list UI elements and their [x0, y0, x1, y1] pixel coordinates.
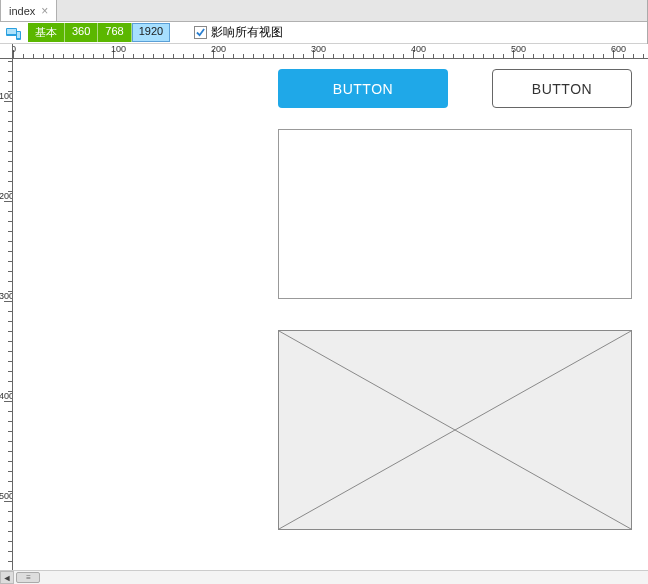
breakpoint-1920[interactable]: 1920 [132, 23, 170, 42]
ruler-v-label: 300 [0, 291, 11, 301]
ruler-h-label: 300 [311, 44, 326, 54]
button-outline-label: BUTTON [532, 81, 592, 97]
tab-label: index [9, 5, 35, 17]
image-placeholder[interactable] [278, 330, 632, 530]
ruler-h-label: 500 [511, 44, 526, 54]
ruler-h-label: 600 [611, 44, 626, 54]
svg-rect-1 [7, 29, 16, 34]
breakpoint-768[interactable]: 768 [98, 23, 131, 42]
button-outline[interactable]: BUTTON [492, 69, 632, 108]
ruler-v-label: 500 [0, 491, 11, 501]
button-primary[interactable]: BUTTON [278, 69, 448, 108]
horizontal-scrollbar[interactable]: ◄ ≡ [0, 570, 648, 584]
scroll-left-arrow[interactable]: ◄ [0, 571, 14, 584]
affect-all-views-label: 影响所有视图 [211, 24, 283, 41]
scroll-thumb[interactable]: ≡ [16, 572, 40, 583]
svg-rect-3 [17, 32, 20, 38]
ruler-corner [0, 44, 13, 59]
tab-bar: index × [0, 0, 647, 22]
ruler-h-label: 100 [111, 44, 126, 54]
ruler-v-label: 400 [0, 391, 11, 401]
affect-all-views-row[interactable]: 影响所有视图 [194, 24, 283, 41]
canvas[interactable]: BUTTON BUTTON [13, 59, 648, 570]
tab-index[interactable]: index × [0, 0, 57, 21]
ruler-v-label: 100 [0, 91, 11, 101]
checkbox-icon [194, 26, 207, 39]
button-primary-label: BUTTON [333, 81, 393, 97]
ruler-h-label: 0 [13, 44, 16, 54]
breakpoint-basic[interactable]: 基本 [28, 23, 65, 42]
breakpoint-360[interactable]: 360 [65, 23, 98, 42]
ruler-horizontal[interactable]: 0100200300400500600 [13, 44, 648, 59]
rectangle-shape[interactable] [278, 129, 632, 299]
close-icon[interactable]: × [41, 5, 48, 17]
ruler-h-label: 200 [211, 44, 226, 54]
device-icon[interactable] [6, 26, 22, 40]
scroll-track[interactable]: ≡ [14, 571, 648, 584]
ruler-h-label: 400 [411, 44, 426, 54]
breakpoint-group: 基本 360 768 1920 [28, 23, 170, 42]
toolbar: 基本 360 768 1920 影响所有视图 [0, 22, 647, 44]
ruler-vertical[interactable]: 100200300400500 [0, 59, 13, 570]
ruler-v-label: 200 [0, 191, 11, 201]
